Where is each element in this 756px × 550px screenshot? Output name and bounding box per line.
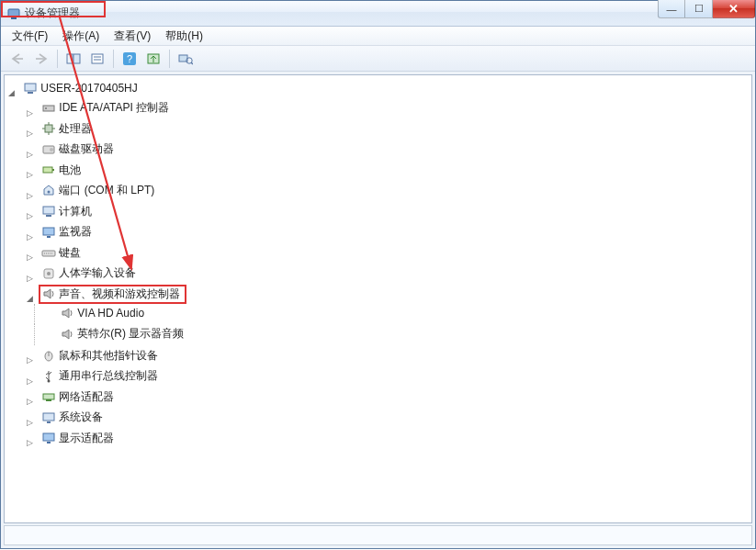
svg-rect-15 bbox=[43, 106, 54, 111]
svg-rect-3 bbox=[73, 54, 80, 63]
expand-toggle[interactable]: ▷ bbox=[25, 231, 35, 241]
computer-icon bbox=[41, 204, 56, 219]
mouse-icon bbox=[41, 348, 56, 363]
tree-item-intel-display-audio[interactable]: 英特尔(R) 显示器音频 bbox=[58, 325, 186, 342]
svg-rect-20 bbox=[43, 167, 52, 173]
svg-point-30 bbox=[47, 272, 51, 275]
tree-item-network[interactable]: 网络适配器 bbox=[39, 388, 116, 406]
svg-line-12 bbox=[191, 62, 193, 64]
tree-root[interactable]: USER-20170405HJ bbox=[21, 80, 139, 96]
svg-rect-24 bbox=[46, 215, 51, 217]
expand-toggle[interactable]: ▷ bbox=[25, 190, 35, 200]
monitor-icon bbox=[41, 225, 56, 240]
svg-point-16 bbox=[45, 107, 47, 109]
device-manager-window: 设备管理器 — ☐ ✕ 文件(F) 操作(A) 查看(V) 帮助(H) ? bbox=[0, 0, 756, 549]
svg-rect-34 bbox=[43, 394, 54, 399]
expand-toggle[interactable]: ▷ bbox=[25, 376, 35, 386]
display-icon bbox=[41, 431, 56, 445]
menu-help[interactable]: 帮助(H) bbox=[158, 27, 210, 46]
tree-item-usb[interactable]: 通用串行总线控制器 bbox=[39, 367, 160, 385]
svg-rect-37 bbox=[47, 421, 51, 423]
svg-rect-38 bbox=[43, 433, 54, 441]
menu-view[interactable]: 查看(V) bbox=[107, 27, 158, 46]
expand-toggle[interactable]: ▷ bbox=[25, 438, 35, 448]
collapse-toggle[interactable]: ◢ bbox=[25, 294, 35, 304]
expand-toggle[interactable]: ▷ bbox=[25, 170, 35, 180]
svg-rect-39 bbox=[47, 442, 51, 443]
collapse-toggle[interactable]: ◢ bbox=[6, 88, 17, 98]
svg-rect-35 bbox=[46, 399, 51, 401]
close-button[interactable]: ✕ bbox=[713, 0, 755, 18]
tree-item-keyboard[interactable]: 键盘 bbox=[39, 244, 83, 262]
system-icon bbox=[41, 410, 56, 425]
cpu-icon bbox=[41, 121, 56, 136]
battery-icon bbox=[41, 163, 56, 177]
status-bar bbox=[4, 525, 752, 545]
svg-point-22 bbox=[48, 190, 51, 193]
usb-icon bbox=[41, 369, 56, 384]
svg-rect-4 bbox=[92, 54, 103, 63]
svg-point-19 bbox=[50, 148, 53, 152]
toolbar: ? bbox=[1, 46, 755, 72]
tree-item-battery[interactable]: 电池 bbox=[39, 162, 83, 179]
svg-rect-25 bbox=[43, 228, 54, 235]
disk-icon bbox=[41, 142, 56, 157]
svg-rect-0 bbox=[8, 9, 19, 17]
content-frame: ◢ USER-20170405HJ ▷ IDE ATA/ATAPI 控制器 bbox=[1, 72, 755, 548]
tree-item-system[interactable]: 系统设备 bbox=[39, 409, 105, 426]
speaker-icon bbox=[60, 327, 74, 342]
tree-item-ide[interactable]: IDE ATA/ATAPI 控制器 bbox=[39, 99, 171, 117]
show-hide-console-button[interactable] bbox=[62, 49, 85, 69]
tree-item-computer[interactable]: 计算机 bbox=[39, 203, 94, 220]
tree-item-mouse[interactable]: 鼠标和其他指针设备 bbox=[39, 347, 160, 365]
ide-icon bbox=[41, 101, 56, 116]
back-button[interactable] bbox=[6, 49, 28, 69]
expand-toggle[interactable]: ▷ bbox=[25, 107, 35, 118]
svg-text:?: ? bbox=[127, 53, 132, 64]
expand-toggle[interactable]: ▷ bbox=[25, 355, 35, 365]
svg-rect-13 bbox=[25, 84, 36, 91]
speaker-icon bbox=[60, 306, 74, 320]
computer-icon bbox=[23, 81, 38, 95]
tree-item-sound[interactable]: 声音、视频和游戏控制器 bbox=[39, 286, 186, 303]
svg-rect-2 bbox=[67, 54, 73, 63]
help-button[interactable]: ? bbox=[118, 49, 141, 69]
menu-file[interactable]: 文件(F) bbox=[5, 27, 55, 46]
port-icon bbox=[41, 184, 56, 198]
svg-rect-17 bbox=[45, 125, 52, 132]
scan-hardware-button[interactable] bbox=[142, 49, 164, 69]
svg-rect-23 bbox=[43, 207, 54, 214]
expand-toggle[interactable]: ▷ bbox=[25, 417, 35, 427]
tree-item-cpu[interactable]: 处理器 bbox=[39, 120, 94, 138]
tree-item-display[interactable]: 显示适配器 bbox=[39, 430, 116, 447]
svg-rect-26 bbox=[47, 236, 51, 238]
maximize-button[interactable]: ☐ bbox=[685, 0, 713, 18]
expand-toggle[interactable]: ▷ bbox=[25, 397, 35, 407]
window-controls: — ☐ ✕ bbox=[658, 0, 755, 18]
tree-item-monitor[interactable]: 监视器 bbox=[39, 223, 94, 241]
tree-item-disk[interactable]: 磁盘驱动器 bbox=[39, 140, 116, 158]
expand-toggle[interactable]: ▷ bbox=[25, 253, 35, 263]
keyboard-icon bbox=[41, 245, 56, 260]
expand-toggle[interactable]: ▷ bbox=[25, 149, 35, 159]
svg-rect-21 bbox=[52, 169, 54, 171]
forward-button[interactable] bbox=[30, 49, 52, 69]
properties-button[interactable] bbox=[86, 49, 108, 69]
toolbar-separator bbox=[57, 50, 58, 68]
toolbar-separator-2 bbox=[113, 50, 114, 68]
device-tree-panel[interactable]: ◢ USER-20170405HJ ▷ IDE ATA/ATAPI 控制器 bbox=[4, 74, 752, 523]
tree-item-via-audio[interactable]: VIA HD Audio bbox=[58, 305, 146, 321]
scan-for-changes-button[interactable] bbox=[175, 49, 197, 69]
svg-point-33 bbox=[48, 379, 51, 382]
app-icon bbox=[6, 6, 21, 21]
menu-action[interactable]: 操作(A) bbox=[55, 27, 107, 46]
titlebar[interactable]: 设备管理器 — ☐ ✕ bbox=[1, 1, 755, 27]
expand-toggle[interactable]: ▷ bbox=[25, 273, 35, 283]
minimize-button[interactable]: — bbox=[658, 0, 685, 18]
svg-rect-1 bbox=[11, 17, 17, 19]
tree-item-hid[interactable]: 人体学输入设备 bbox=[39, 264, 138, 282]
expand-toggle[interactable]: ▷ bbox=[25, 211, 35, 221]
tree-item-ports[interactable]: 端口 (COM 和 LPT) bbox=[39, 182, 156, 199]
svg-rect-36 bbox=[43, 413, 54, 421]
expand-toggle[interactable]: ▷ bbox=[25, 129, 35, 139]
